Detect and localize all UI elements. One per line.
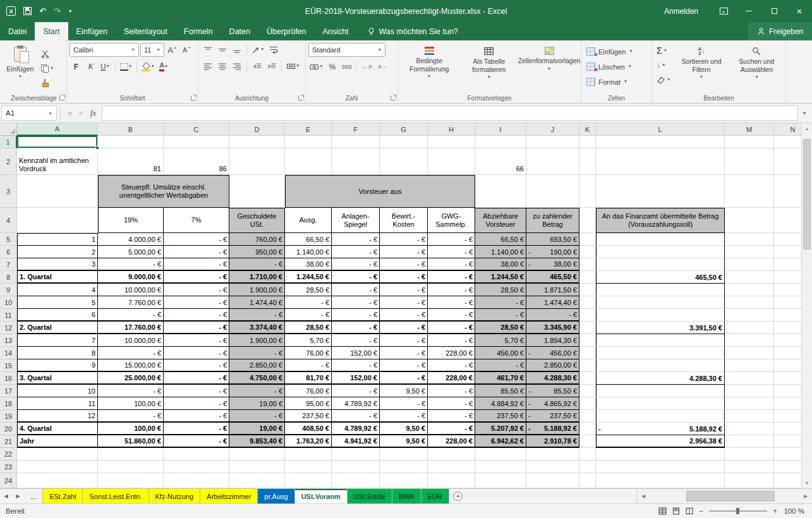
cancel-formula-button[interactable]: × [68,109,73,118]
cell-A5[interactable]: 1 [17,233,98,246]
cell-J1[interactable] [526,136,579,148]
ribbon-tab-ansicht[interactable]: Ansicht [315,22,357,40]
cell-J4[interactable]: zu zahlender Betrag [526,208,579,233]
zoom-level[interactable]: 100 % [783,507,804,515]
cell-H2[interactable] [428,148,475,175]
cell-E3[interactable]: Vorsteuer aus [285,175,475,208]
cell-K19[interactable] [579,410,596,423]
cell-M18[interactable] [725,397,774,410]
cell-L16[interactable]: 4.288,30 € [596,372,725,385]
cell-K11[interactable] [579,309,596,322]
cell-E22[interactable] [285,448,332,461]
row-header-8[interactable]: 8 [0,271,17,284]
cell-D13[interactable]: 1.900,00 € [229,334,285,347]
cell-M1[interactable] [725,136,774,148]
column-header-D[interactable]: D [229,123,285,136]
cell-H6[interactable]: - € [428,246,475,258]
column-header-L[interactable]: L [596,123,725,136]
paste-button[interactable]: Einfügen ▼ [4,43,37,92]
column-header-I[interactable]: I [475,123,526,136]
cell-C6[interactable]: - € [164,246,229,258]
signin-link[interactable]: Anmelden [664,7,698,16]
cell-C19[interactable]: - € [164,410,229,423]
row-header-15[interactable]: 15 [0,359,17,372]
cell-A4[interactable] [17,208,98,233]
cell-H1[interactable] [428,136,475,148]
zoom-slider-thumb[interactable] [736,508,739,514]
underline-button[interactable]: U▼ [99,60,112,73]
cell-M11[interactable] [725,309,774,322]
close-button[interactable]: × [787,0,812,22]
cell-A24[interactable] [17,473,98,488]
font-family-select[interactable]: Calibri▼ [70,43,139,57]
cell-B1[interactable] [98,136,164,148]
row-header-14[interactable]: 14 [0,347,17,359]
cell-D14[interactable]: - € [229,347,285,359]
cell-I9[interactable]: 28,50 € [475,284,526,296]
cell-J19[interactable]: -237,50 € [526,410,579,423]
cell-J10[interactable]: 1.474,40 € [526,296,579,309]
cell-F22[interactable] [332,448,380,461]
cell-L3[interactable] [596,175,725,208]
cell-L6[interactable] [596,246,725,258]
cell-N18[interactable] [774,397,801,410]
cell-B17[interactable]: - € [98,385,164,397]
sheet-nav-left-button[interactable]: ◀ [0,489,12,503]
formula-input[interactable] [102,105,798,121]
fill-handle[interactable] [95,146,99,150]
cell-D22[interactable] [229,448,285,461]
cell-F18[interactable]: 4.789,92 € [332,397,380,410]
cell-M24[interactable] [725,473,774,488]
cell-G10[interactable]: - € [380,296,428,309]
ribbon-tab-datei[interactable]: Datei [0,22,35,40]
cell-L21[interactable]: 2.956,38 € [596,435,725,448]
cell-E24[interactable] [285,473,332,488]
cell-G6[interactable]: - € [380,246,428,258]
align-middle-button[interactable] [215,43,229,56]
cell-N16[interactable] [774,372,801,385]
cell-I7[interactable]: 38,00 € [475,258,526,271]
undo-button[interactable]: ↶ [39,6,46,16]
cell-F21[interactable]: 4.941,92 € [332,435,380,448]
row-header-4[interactable]: 4 [0,208,17,233]
cell-M4[interactable] [725,208,774,233]
cell-J20[interactable]: -5.188,92 € [526,423,579,435]
cell-I14[interactable]: 456,00 € [475,347,526,359]
cell-B21[interactable]: 51.860,00 € [98,435,164,448]
column-header-G[interactable]: G [380,123,428,136]
cell-B24[interactable] [98,473,164,488]
row-header-16[interactable]: 16 [0,372,17,385]
delete-cells-button[interactable]: × Löschen ▼ [584,59,649,74]
row-header-2[interactable]: 2 [0,148,17,175]
cell-K2[interactable] [579,148,596,175]
tellme-box[interactable]: Was möchten Sie tun? [367,22,458,40]
cell-B13[interactable]: 10.000,00 € [98,334,164,347]
number-format-select[interactable]: Standard▼ [308,43,385,57]
cell-I17[interactable]: 85,50 € [475,385,526,397]
cell-J13[interactable]: 1.894,30 € [526,334,579,347]
cell-N24[interactable] [774,473,801,488]
cell-C20[interactable]: - € [164,423,229,435]
cell-F20[interactable]: 4.789,92 € [332,423,380,435]
cell-L10[interactable] [596,296,725,309]
cell-J21[interactable]: 2.910,78 € [526,435,579,448]
find-select-button[interactable]: Suchen und Auswählen ▼ [730,43,783,92]
cell-I8[interactable]: 1.244,50 € [475,271,526,284]
cell-F8[interactable]: - € [332,271,380,284]
cell-M8[interactable] [725,271,774,284]
cell-D3[interactable] [229,175,285,208]
cell-D18[interactable]: 19,00 € [229,397,285,410]
cell-J5[interactable]: 693,50 € [526,233,579,246]
cell-K12[interactable] [579,322,596,334]
cell-D19[interactable]: - € [229,410,285,423]
vertical-scrollbar[interactable]: ▲ ▼ [801,123,812,488]
cell-I18[interactable]: 4.884,92 € [475,397,526,410]
cell-B12[interactable]: 17.760,00 € [98,322,164,334]
enter-formula-button[interactable]: ✓ [78,109,85,117]
cell-L1[interactable] [596,136,725,148]
italic-button[interactable]: K [84,60,97,73]
row-header-1[interactable]: 1 [0,136,17,148]
cell-F5[interactable]: - € [332,233,380,246]
cell-L5[interactable] [596,233,725,246]
cell-H15[interactable]: - € [428,359,475,372]
